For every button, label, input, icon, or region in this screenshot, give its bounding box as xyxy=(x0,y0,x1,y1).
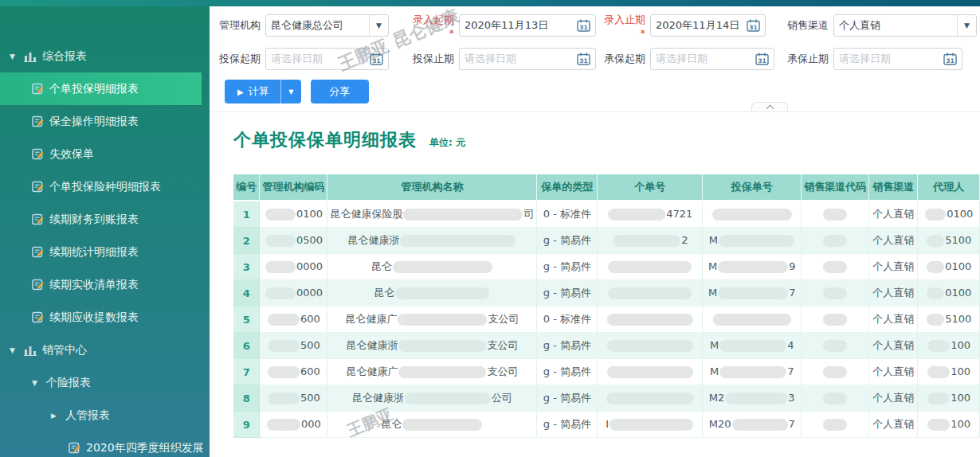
cell-channel-code xyxy=(802,307,869,333)
cell-agent: 5100 xyxy=(918,307,980,333)
table-row[interactable]: 40000昆仑g - 简易件M7个人直销0100 xyxy=(233,280,980,307)
redacted-text xyxy=(927,314,944,326)
sidebar-item-label: 综合报表 xyxy=(42,49,87,64)
redacted-text xyxy=(395,287,489,299)
sidebar-item-individual-insurance-reports[interactable]: ▼个险报表 xyxy=(0,366,210,399)
table-row[interactable]: 8500昆仑健康浙公司g - 简易件M23个人直销100 xyxy=(233,385,980,412)
cell-policy-type: g - 简易件 xyxy=(537,333,598,359)
cell-org-name: 昆仑健康广支公司 xyxy=(327,359,537,385)
sidebar-item-comprehensive-reports[interactable]: ▼综合报表 xyxy=(0,40,210,72)
sidebar-item-sales-management-center[interactable]: ▼销管中心 xyxy=(0,334,210,366)
entry-start-date-input[interactable]: 2020年11月13日31 xyxy=(459,14,596,37)
dropdown-arrow-icon[interactable]: ▼ xyxy=(957,15,976,36)
table-row[interactable]: 10100昆仑健康保险股司0 - 标准件4721个人直销0100 xyxy=(233,201,980,228)
cell-policy-type: g - 简易件 xyxy=(537,359,598,385)
report-header: 个单投保保单明细报表 单位: 元 xyxy=(233,128,980,152)
entry-end-date-input[interactable]: 2020年11月14日31 xyxy=(650,14,766,37)
cell-channel-code xyxy=(802,201,869,228)
redacted-text xyxy=(927,261,944,273)
calendar-icon[interactable]: 31 xyxy=(370,53,383,65)
filter-group-apply-end-date: 投保止期请选择日期31 xyxy=(408,48,596,70)
svg-text:31: 31 xyxy=(579,57,587,64)
column-header-org-name: 管理机构名称 xyxy=(327,174,537,201)
sales-channel-value: 个人直销 xyxy=(839,18,957,33)
redacted-text xyxy=(823,366,847,378)
cell-policy-type: 0 - 标准件 xyxy=(537,201,598,228)
report-icon xyxy=(32,181,44,193)
redacted-text xyxy=(607,314,693,326)
cell-org-code: 000 xyxy=(260,412,327,438)
report-icon xyxy=(32,213,44,225)
toolbar: ▶ 计算 ▼ 分享 xyxy=(225,80,980,104)
cell-policy-no: 2 xyxy=(598,228,703,254)
calendar-icon[interactable]: 31 xyxy=(747,19,760,32)
apply-end-date-input[interactable]: 请选择日期31 xyxy=(459,48,596,70)
sidebar-item-individual-insurance-type-detail[interactable]: 个单投保险种明细报表 xyxy=(0,170,210,203)
underwrite-end-date-input[interactable]: 请选择日期31 xyxy=(833,48,962,70)
caret-right-icon: ▶ xyxy=(51,412,59,420)
cell-app-no: M7 xyxy=(703,359,802,385)
calculate-button[interactable]: ▶ 计算 ▼ xyxy=(225,80,301,104)
table-row[interactable]: 5600昆仑健康广支公司0 - 标准件个人直销5100 xyxy=(233,307,980,333)
cell-agent: 100 xyxy=(918,385,980,412)
sidebar-item-individual-application-detail[interactable]: 个单投保明细报表 xyxy=(0,72,202,105)
cell-agent: 5100 xyxy=(918,228,980,254)
calendar-icon[interactable]: 31 xyxy=(755,53,769,65)
sidebar-item-label: 保全操作明细报表 xyxy=(49,115,139,129)
dropdown-arrow-icon[interactable]: ▼ xyxy=(369,15,388,36)
table-row[interactable]: 30000昆仑g - 简易件M9个人直销0100 xyxy=(233,254,980,280)
svg-text:31: 31 xyxy=(758,57,766,64)
cell-channel-code xyxy=(802,228,869,254)
redacted-text xyxy=(268,314,300,326)
calendar-icon[interactable]: 31 xyxy=(577,53,590,65)
entry-end-date-value: 2020年11月14日 xyxy=(656,18,743,33)
sidebar-item-label: 失效保单 xyxy=(49,147,94,162)
column-header-channel: 销售渠道 xyxy=(869,174,918,201)
column-header-app-no: 投保单号 xyxy=(703,174,802,201)
cell-org-name: 昆仑健康浙公司 xyxy=(327,385,537,412)
filter-group-sales-channel: 销售渠道个人直销▼ xyxy=(786,14,977,37)
share-button[interactable]: 分享 xyxy=(311,80,369,104)
sidebar-item-lapsed-policies[interactable]: 失效保单 xyxy=(0,138,210,170)
redacted-text xyxy=(719,340,786,352)
sidebar-item-label: 续期应收提数报表 xyxy=(49,311,139,325)
filter-group-entry-end-date: 录入止期*2020年11月14日31 xyxy=(599,13,766,39)
underwrite-start-date-placeholder: 请选择日期 xyxy=(656,52,752,66)
management-org-select[interactable]: 昆仑健康总公司▼ xyxy=(265,14,389,37)
sidebar-item-renewal-statistics-detail[interactable]: 续期统计明细报表 xyxy=(0,236,210,268)
cell-org-code: 500 xyxy=(260,385,327,412)
underwrite-start-date-input[interactable]: 请选择日期31 xyxy=(650,48,774,70)
column-header-channel-code: 销售渠道代码 xyxy=(802,174,869,201)
cell-app-no: M23 xyxy=(703,385,802,412)
report-icon xyxy=(32,311,44,323)
cell-agent: 100 xyxy=(918,333,980,359)
table-row[interactable]: 7600昆仑健康广支公司g - 简易件M7个人直销100 xyxy=(233,359,980,385)
apply-start-date-input[interactable]: 请选择日期31 xyxy=(265,48,389,70)
cell-channel-code xyxy=(802,333,869,359)
sales-channel-select[interactable]: 个人直销▼ xyxy=(833,14,977,37)
calendar-icon[interactable]: 31 xyxy=(577,19,590,32)
redacted-text xyxy=(398,340,486,352)
cell-channel: 个人直销 xyxy=(869,228,918,254)
calculate-dropdown-caret[interactable]: ▼ xyxy=(280,80,301,104)
chevron-up-icon xyxy=(766,104,774,112)
table-row[interactable]: 20500昆仑健康浙g - 简易件2M个人直销5100 xyxy=(233,228,980,254)
cell-org-name: 昆仑 xyxy=(327,280,537,307)
calendar-icon[interactable]: 31 xyxy=(943,53,957,65)
sidebar-item-renewal-receivable-count[interactable]: 续期应收提数报表 xyxy=(0,301,210,334)
table-row[interactable]: 9000昆仑g - 简易件IM207个人直销100 xyxy=(233,412,980,438)
sidebar-item-q4-2020-org-development[interactable]: 2020年四季度组织发展 xyxy=(0,432,210,457)
underwrite-start-date-label: 承保起期 xyxy=(599,52,645,66)
cell-agent: 100 xyxy=(918,359,980,385)
sidebar-item-renewal-finance-arrival[interactable]: 续期财务到账报表 xyxy=(0,203,210,236)
sidebar-item-preservation-operation-detail[interactable]: 保全操作明细报表 xyxy=(0,105,210,138)
table-row[interactable]: 6500昆仑健康浙支公司g - 简易件M4个人直销100 xyxy=(233,333,980,359)
cell-policy-type: 0 - 标准件 xyxy=(537,307,598,333)
cell-agent: 0100 xyxy=(918,254,980,280)
apply-end-date-placeholder: 请选择日期 xyxy=(465,52,574,66)
sidebar-item-label: 续期实收清单报表 xyxy=(49,278,139,292)
sidebar-item-renewal-actual-receipt-list[interactable]: 续期实收清单报表 xyxy=(0,268,210,301)
cell-channel-code xyxy=(802,385,869,412)
sidebar-item-personnel-management-reports[interactable]: ▶人管报表 xyxy=(0,399,210,432)
cell-channel: 个人直销 xyxy=(869,412,918,438)
